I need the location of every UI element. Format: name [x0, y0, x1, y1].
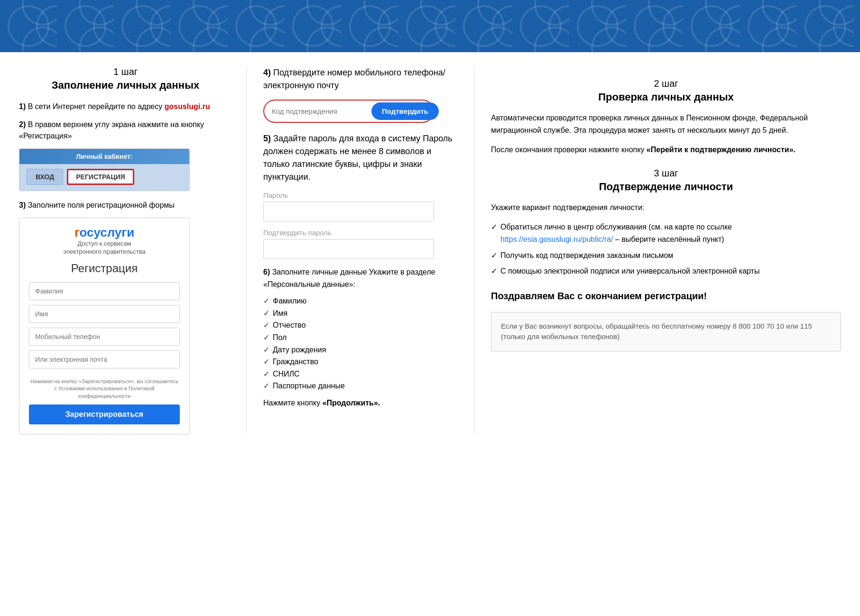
check-list-item: Дату рождения — [263, 344, 457, 356]
step2-bold: «Перейти к подтверждению личности». — [647, 146, 795, 154]
gosuslugi-logo: госуслуги Доступ к сервисам электронного… — [29, 225, 180, 256]
step6-footer-text: Нажмите кнопку «Продолжить». — [263, 399, 380, 407]
check-list: ФамилиюИмяОтчествоПолДату рожденияГражда… — [263, 295, 457, 392]
step3-number: 3 шаг — [491, 168, 841, 179]
logo-g: г — [74, 225, 80, 239]
step1-label2: 2) — [19, 120, 26, 129]
lastname-input[interactable] — [29, 282, 180, 300]
step1-label1: 1) — [19, 102, 26, 110]
confirm-input[interactable] — [266, 103, 368, 119]
step4-label: 4) Подтвердите номер мобильного телефона… — [263, 66, 457, 92]
check-list-item: Отчество — [263, 319, 457, 331]
step6-intro: 6) Заполните личные данные Укажите в раз… — [263, 266, 457, 290]
phone-input[interactable] — [29, 328, 180, 346]
step1-label3: 3) — [19, 201, 26, 209]
step2-heading: 2 шаг Проверка личных данных — [491, 78, 841, 103]
check-list-item: Гражданство — [263, 356, 457, 368]
step2-number: 2 шаг — [491, 78, 841, 89]
logo-rest: осуслуги — [79, 225, 134, 239]
step3-heading: 3 шаг Подтверждение личности — [491, 168, 841, 193]
logo-text: госуслуги — [74, 225, 134, 239]
col-left: 1 шаг Заполнение личных данных 1) В сети… — [19, 66, 247, 434]
email-input[interactable] — [29, 350, 180, 368]
check-list-item: СНИЛС — [263, 368, 457, 380]
step2-text2: После окончания проверки нажмите кнопку … — [491, 144, 841, 156]
step2-text1: Автоматически проводится проверка личных… — [491, 112, 841, 136]
step1-text3: Заполните поля регистрационной формы — [26, 201, 175, 209]
col-middle: 4) Подтвердите номер мобильного телефона… — [247, 66, 474, 434]
step1-item1: 1) В сети Интернет перейдите по адресу g… — [19, 101, 232, 112]
pwd-label2: Подтвердить пароль — [263, 229, 434, 237]
step1-text2: В правом верхнем углу экрана нажмите на … — [19, 120, 204, 140]
pwd-label1: Пароль — [263, 191, 434, 199]
header-banner — [0, 0, 860, 52]
step1-heading: 1 шаг Заполнение личных данных — [19, 66, 232, 92]
reg-box-header: Личный кабинет: — [19, 149, 189, 164]
registration-button-demo[interactable]: РЕГИСТРАЦИЯ — [67, 169, 134, 185]
step2-title: Проверка личных данных — [491, 91, 841, 103]
form-title: Регистрация — [29, 262, 180, 275]
esia-link[interactable]: https://esia.gosuslugi.ru/public/ra/ — [500, 235, 613, 243]
congrats-text: Поздравляем Вас с окончанием регистрации… — [491, 289, 841, 303]
step3-title: Подтверждение личности — [491, 181, 841, 193]
step3-item2: Получить код подтверждения заказным пись… — [491, 249, 841, 262]
check-list-item: Фамилию — [263, 295, 457, 307]
step3-check-list: Обратиться лично в центр обслуживания (с… — [491, 221, 841, 277]
info-text: Если у Вас возникнут вопросы, обращайтес… — [501, 322, 812, 341]
step6-num: 6) — [263, 268, 270, 276]
confirm-area: Подтвердить — [263, 100, 434, 123]
confirm-button[interactable]: Подтвердить — [371, 102, 439, 120]
firstname-input[interactable] — [29, 305, 180, 323]
step5-label: 5) Задайте пароль для входа в систему Па… — [263, 132, 457, 184]
password-input[interactable] — [263, 202, 434, 221]
logo-subtitle1: Доступ к сервисам — [29, 240, 180, 248]
gosuslugi-link[interactable]: gosuslugi.ru — [165, 102, 210, 110]
step1-text1: В сети Интернет перейдите по адресу — [26, 102, 164, 110]
col-right: 2 шаг Проверка личных данных Автоматичес… — [474, 66, 841, 434]
congrats-box: Поздравляем Вас с окончанием регистрации… — [491, 289, 841, 303]
privacy-text: Нажимая на кнопку «Зарегистрироваться», … — [29, 378, 180, 400]
step1-item3: 3) Заполните поля регистрационной формы — [19, 200, 232, 211]
step3-intro: Укажите вариант подтверждения личности: — [491, 202, 841, 214]
info-box: Если у Вас возникнут вопросы, обращайтес… — [491, 312, 841, 351]
step1-number: 1 шаг — [19, 66, 232, 77]
step3-item3: С помощью электронной подписи или универ… — [491, 265, 841, 277]
check-list-item: Паспортные данные — [263, 380, 457, 392]
step1-item2: 2) В правом верхнем углу экрана нажмите … — [19, 119, 232, 142]
register-button[interactable]: Зарегистрироваться — [29, 405, 180, 424]
step4-text: Подтвердите номер мобильного телефона/эл… — [263, 68, 445, 90]
gosuslugi-form: госуслуги Доступ к сервисам электронного… — [19, 218, 190, 434]
step4-num: 4) — [263, 68, 271, 77]
step6-footer: Нажмите кнопку «Продолжить». — [263, 397, 457, 409]
vhod-button[interactable]: ВХОД — [27, 169, 63, 185]
check-list-item: Имя — [263, 307, 457, 320]
confirm-password-input[interactable] — [263, 239, 434, 259]
password-area: Пароль Подтвердить пароль — [263, 191, 434, 266]
main-content: 1 шаг Заполнение личных данных 1) В сети… — [0, 52, 860, 449]
reg-box: Личный кабинет: ВХОД РЕГИСТРАЦИЯ — [19, 148, 190, 191]
step3-item1: Обратиться лично в центр обслуживания (с… — [491, 221, 841, 245]
step1-title: Заполнение личных данных — [19, 79, 232, 92]
step5-text: Задайте пароль для входа в систему Парол… — [263, 134, 453, 182]
step5-num: 5) — [263, 134, 271, 143]
logo-subtitle2: электронного правительства — [29, 248, 180, 256]
check-list-item: Пол — [263, 331, 457, 344]
step6-text: Заполните личные данные Укажите в раздел… — [263, 268, 435, 288]
reg-box-buttons: ВХОД РЕГИСТРАЦИЯ — [19, 164, 189, 191]
